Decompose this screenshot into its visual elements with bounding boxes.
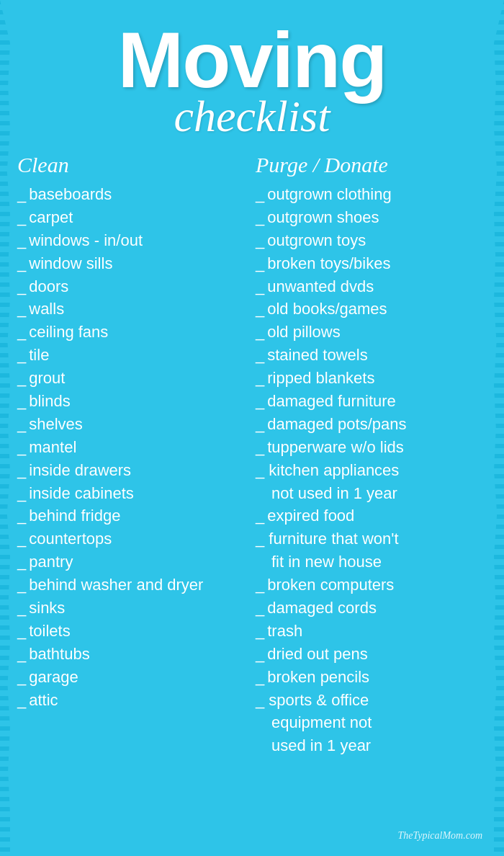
list-item: _doors (17, 275, 248, 298)
donate-items-list: _outgrown clothing_outgrown shoes_outgro… (256, 183, 487, 757)
list-item: _old pillows (256, 321, 487, 344)
list-item: _inside drawers (17, 459, 248, 482)
donate-header: Purge / Donate (256, 153, 487, 177)
list-item: _dried out pens (256, 643, 487, 666)
item-label: shelves (29, 413, 248, 436)
list-item: _tile (17, 344, 248, 367)
list-item: _sinks (17, 597, 248, 620)
clean-column: Clean _baseboards_carpet_windows - in/ou… (17, 153, 248, 711)
item-label: expired food (267, 504, 487, 527)
list-item: _outgrown shoes (256, 206, 487, 229)
checkbox-underscore: _ (17, 275, 26, 298)
list-item: _outgrown toys (256, 229, 487, 252)
item-label: doors (29, 275, 248, 298)
list-item: _ sports & office (256, 689, 487, 712)
checkbox-underscore: _ (256, 436, 264, 459)
checkbox-underscore: _ (17, 550, 26, 574)
list-item: _ kitchen appliances (256, 459, 487, 482)
list-item: _broken computers (256, 574, 487, 597)
checkbox-underscore: _ (17, 183, 26, 206)
checkbox-underscore: _ (256, 620, 264, 643)
list-item: _garage (17, 666, 248, 689)
item-label: tile (29, 344, 248, 367)
list-item: _toilets (17, 620, 248, 643)
checkbox-underscore: _ (256, 643, 264, 666)
item-label: attic (29, 689, 248, 712)
title-moving: Moving (17, 20, 487, 99)
list-item: _pantry (17, 550, 248, 574)
item-label: broken pencils (267, 666, 487, 689)
item-label: countertops (29, 527, 248, 550)
checkbox-underscore: _ (256, 504, 264, 527)
donate-column: Purge / Donate _outgrown clothing_outgro… (256, 153, 487, 757)
list-item: _behind fridge (17, 504, 248, 527)
item-label: carpet (29, 206, 248, 229)
checkbox-underscore: _ (256, 367, 264, 390)
list-item: _stained towels (256, 344, 487, 367)
list-item: _window sills (17, 252, 248, 275)
list-item: _expired food (256, 504, 487, 527)
list-item: _damaged pots/pans (256, 413, 487, 436)
checkbox-underscore: _ (256, 574, 264, 597)
item-label: tupperware w/o lids (267, 436, 487, 459)
item-label: sinks (29, 597, 248, 620)
checkbox-underscore: _ (17, 344, 26, 367)
watermark: TheTypicalMom.com (397, 830, 482, 842)
checkbox-underscore: _ (17, 298, 26, 321)
checkbox-underscore: _ (17, 620, 26, 643)
list-item: _blinds (17, 390, 248, 413)
list-item: _walls (17, 298, 248, 321)
left-torn-edge (0, 0, 10, 856)
checkbox-underscore: _ (17, 390, 26, 413)
item-label: outgrown toys (267, 229, 487, 252)
item-label: old pillows (267, 321, 487, 344)
list-item: _outgrown clothing (256, 183, 487, 206)
checkbox-underscore: _ (17, 229, 26, 252)
item-label: window sills (29, 252, 248, 275)
list-item: _carpet (17, 206, 248, 229)
item-label: garage (29, 666, 248, 689)
list-item: _damaged furniture (256, 390, 487, 413)
list-item: _attic (17, 689, 248, 712)
item-label: inside drawers (29, 459, 248, 482)
main-card: Moving checklist Clean _baseboards_carpe… (0, 0, 504, 856)
list-item: _inside cabinets (17, 482, 248, 505)
checkbox-underscore: _ (17, 459, 26, 482)
item-label: ripped blankets (267, 367, 487, 390)
list-item: _mantel (17, 436, 248, 459)
checkbox-underscore: _ (17, 574, 26, 597)
item-label: toilets (29, 620, 248, 643)
item-label: dried out pens (267, 643, 487, 666)
item-label: baseboards (29, 183, 248, 206)
right-torn-edge (494, 0, 504, 856)
checkbox-underscore: _ (256, 183, 264, 206)
list-item: _ceiling fans (17, 321, 248, 344)
list-item: _damaged cords (256, 597, 487, 620)
checkbox-underscore: _ (256, 666, 264, 689)
checklist-columns: Clean _baseboards_carpet_windows - in/ou… (17, 153, 487, 757)
item-label: damaged furniture (267, 390, 487, 413)
item-label: behind fridge (29, 504, 248, 527)
item-label: grout (29, 367, 248, 390)
item-label: old books/games (267, 298, 487, 321)
item-label: bathtubs (29, 643, 248, 666)
item-label: _ kitchen appliances (256, 459, 487, 482)
checkbox-underscore: _ (256, 229, 264, 252)
checkbox-underscore: _ (256, 390, 264, 413)
checkbox-underscore: _ (256, 206, 264, 229)
list-item: _grout (17, 367, 248, 390)
clean-items-list: _baseboards_carpet_windows - in/out_wind… (17, 183, 248, 711)
list-item: _ furniture that won't (256, 527, 487, 550)
list-item: _broken toys/bikes (256, 252, 487, 275)
item-label: equipment not (256, 711, 487, 734)
checkbox-underscore: _ (17, 666, 26, 689)
list-item: _behind washer and dryer (17, 574, 248, 597)
item-label: used in 1 year (256, 734, 487, 757)
item-label: outgrown shoes (267, 206, 487, 229)
checkbox-underscore: _ (17, 436, 26, 459)
list-item: _countertops (17, 527, 248, 550)
item-label: fit in new house (256, 550, 487, 574)
checkbox-underscore: _ (17, 689, 26, 712)
item-label: behind washer and dryer (29, 574, 248, 597)
item-label: blinds (29, 390, 248, 413)
